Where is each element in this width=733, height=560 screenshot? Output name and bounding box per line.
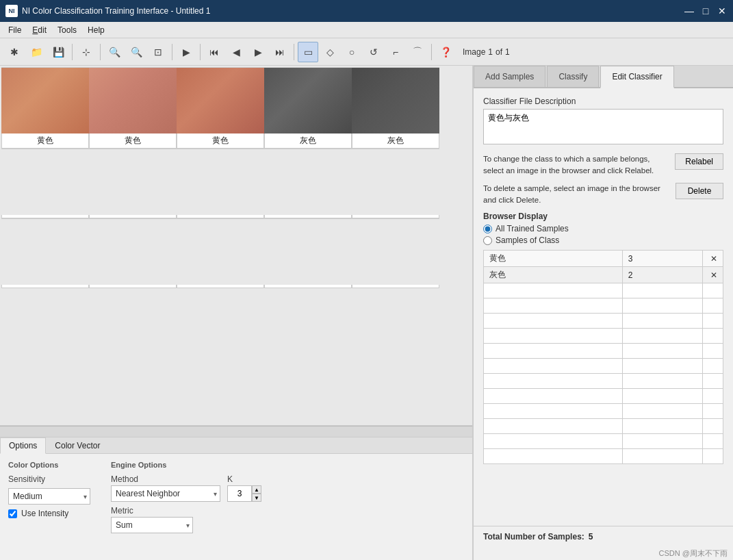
class-row-0[interactable]: 黄色 3 ✕ bbox=[484, 251, 723, 267]
play-button[interactable]: ▶ bbox=[176, 42, 196, 62]
circle-button[interactable]: ○ bbox=[342, 42, 362, 62]
empty-thumb-6 bbox=[89, 149, 177, 215]
class-count-1: 2 bbox=[622, 267, 702, 283]
radio-samples-of-class[interactable] bbox=[483, 236, 492, 245]
right-content: Classifier File Description To change th… bbox=[474, 88, 733, 526]
empty-class-row-5 bbox=[484, 329, 723, 344]
empty-class-row-7 bbox=[484, 359, 723, 374]
save-button[interactable]: 💾 bbox=[48, 42, 68, 62]
close-button[interactable]: ✕ bbox=[717, 5, 728, 16]
k-group: K ▲ ▼ bbox=[227, 474, 268, 502]
minimize-button[interactable]: — bbox=[684, 5, 695, 16]
watermark: CSDN @周末不下雨 bbox=[474, 547, 733, 560]
image-cell-9[interactable] bbox=[352, 149, 439, 218]
freehand-button[interactable]: ↺ bbox=[363, 42, 384, 62]
empty-thumb-11 bbox=[89, 219, 177, 285]
rect-select-button[interactable]: ▭ bbox=[298, 42, 318, 62]
image-cell-3[interactable]: 灰色 bbox=[264, 67, 352, 149]
radio-all-samples[interactable] bbox=[483, 225, 492, 233]
file-desc-input[interactable] bbox=[483, 109, 723, 144]
image-browser[interactable]: 黄色 黄色 黄色 灰色 灰色 bbox=[0, 66, 472, 426]
line-button[interactable]: ⌐ bbox=[385, 42, 406, 62]
k-down-button[interactable]: ▼ bbox=[252, 494, 261, 502]
poly-button[interactable]: ◇ bbox=[320, 42, 340, 62]
image-cell-5[interactable] bbox=[1, 149, 89, 218]
image-cell-0[interactable]: 黄色 bbox=[1, 67, 89, 149]
zoom-out-button[interactable]: 🔍 bbox=[126, 42, 146, 62]
method-k-row: Method Nearest Neighbor K-Nearest Neighb… bbox=[111, 474, 268, 502]
main-area: 黄色 黄色 黄色 灰色 灰色 bbox=[0, 66, 733, 560]
options-tabs: Options Color Vector bbox=[0, 437, 472, 454]
image-cell-7[interactable] bbox=[177, 149, 264, 218]
image-cell-13[interactable] bbox=[264, 218, 352, 288]
image-cell-8[interactable] bbox=[264, 149, 352, 218]
tab-color-vector[interactable]: Color Vector bbox=[46, 437, 109, 454]
open-button[interactable]: 📁 bbox=[26, 42, 47, 62]
empty-class-row-4 bbox=[484, 314, 723, 329]
select-button[interactable]: ⊹ bbox=[76, 42, 97, 62]
image-cell-14[interactable] bbox=[352, 218, 439, 288]
k-up-button[interactable]: ▲ bbox=[252, 485, 261, 494]
zoom-in-button[interactable]: 🔍 bbox=[104, 42, 125, 62]
empty-class-row-9 bbox=[484, 389, 723, 404]
tab-options[interactable]: Options bbox=[0, 437, 46, 454]
use-intensity-checkbox[interactable] bbox=[8, 509, 17, 518]
relabel-row: To change the class to which a sample be… bbox=[483, 153, 723, 177]
delete-button[interactable]: Delete bbox=[676, 183, 723, 199]
metric-select[interactable]: Sum Mean Max bbox=[111, 517, 193, 533]
empty-class-row-2 bbox=[484, 283, 723, 298]
zoom-fit-button[interactable]: ⊡ bbox=[148, 42, 168, 62]
horizontal-scrollbar[interactable] bbox=[0, 426, 472, 437]
image-cell-2[interactable]: 黄色 bbox=[177, 67, 264, 149]
metric-label: Metric bbox=[111, 506, 152, 516]
class-row-1[interactable]: 灰色 2 ✕ bbox=[484, 267, 723, 283]
empty-thumb-10 bbox=[1, 219, 89, 285]
radio-all-row: All Trained Samples bbox=[483, 224, 723, 233]
image-label-2: 黄色 bbox=[212, 133, 229, 148]
image-of-label: of bbox=[496, 47, 502, 57]
right-panel: Add Samples Classify Edit Classifier Cla… bbox=[473, 66, 733, 560]
image-cell-6[interactable] bbox=[89, 149, 177, 218]
tab-edit-classifier[interactable]: Edit Classifier bbox=[600, 66, 673, 88]
prev-button[interactable]: ◀ bbox=[226, 42, 246, 62]
relabel-info: To change the class to which a sample be… bbox=[483, 153, 668, 177]
lasso-button[interactable]: ⌒ bbox=[407, 42, 428, 62]
image-cell-12[interactable] bbox=[177, 218, 264, 288]
relabel-button[interactable]: Relabel bbox=[675, 153, 723, 170]
menu-tools[interactable]: Tools bbox=[52, 24, 82, 36]
menu-file[interactable]: File bbox=[3, 24, 27, 36]
k-input[interactable] bbox=[227, 485, 252, 502]
empty-thumb-5 bbox=[1, 149, 89, 215]
radio-class-row: Samples of Class bbox=[483, 236, 723, 245]
next-button[interactable]: ▶ bbox=[248, 42, 268, 62]
class-x-1[interactable]: ✕ bbox=[703, 267, 723, 283]
image-cell-4[interactable]: 灰色 bbox=[352, 67, 439, 149]
class-name-0: 黄色 bbox=[484, 251, 623, 267]
method-select[interactable]: Nearest Neighbor K-Nearest Neighbor bbox=[111, 485, 220, 502]
tab-classify[interactable]: Classify bbox=[547, 66, 599, 87]
delete-info: To delete a sample, select an image in t… bbox=[483, 183, 669, 207]
color-options-title: Color Options bbox=[8, 461, 90, 469]
class-x-0[interactable]: ✕ bbox=[703, 251, 723, 267]
image-thumb-1 bbox=[89, 68, 177, 133]
total-bar: Total Number of Samples: 5 bbox=[474, 526, 733, 547]
total-label: Total Number of Samples: bbox=[483, 532, 584, 542]
image-cell-10[interactable] bbox=[1, 218, 89, 288]
first-button[interactable]: ⏮ bbox=[204, 42, 224, 62]
maximize-button[interactable]: □ bbox=[700, 5, 711, 16]
image-cell-1[interactable]: 黄色 bbox=[89, 67, 177, 149]
help-button[interactable]: ❓ bbox=[435, 42, 456, 62]
sensitivity-select-wrap: Low Medium High bbox=[8, 488, 90, 505]
image-thumb-3 bbox=[264, 68, 352, 133]
tab-add-samples[interactable]: Add Samples bbox=[474, 66, 545, 87]
menu-edit[interactable]: Edit bbox=[27, 24, 52, 36]
last-button[interactable]: ⏭ bbox=[270, 42, 290, 62]
image-current: 1 bbox=[488, 47, 493, 57]
new-button[interactable]: ✱ bbox=[4, 42, 25, 62]
menu-help[interactable]: Help bbox=[82, 24, 110, 36]
browser-display-label: Browser Display bbox=[483, 212, 723, 221]
image-cell-11[interactable] bbox=[89, 218, 177, 288]
sensitivity-select-row: Low Medium High bbox=[8, 488, 90, 505]
menu-bar: File Edit Tools Help bbox=[0, 22, 733, 38]
sensitivity-select[interactable]: Low Medium High bbox=[8, 488, 90, 505]
